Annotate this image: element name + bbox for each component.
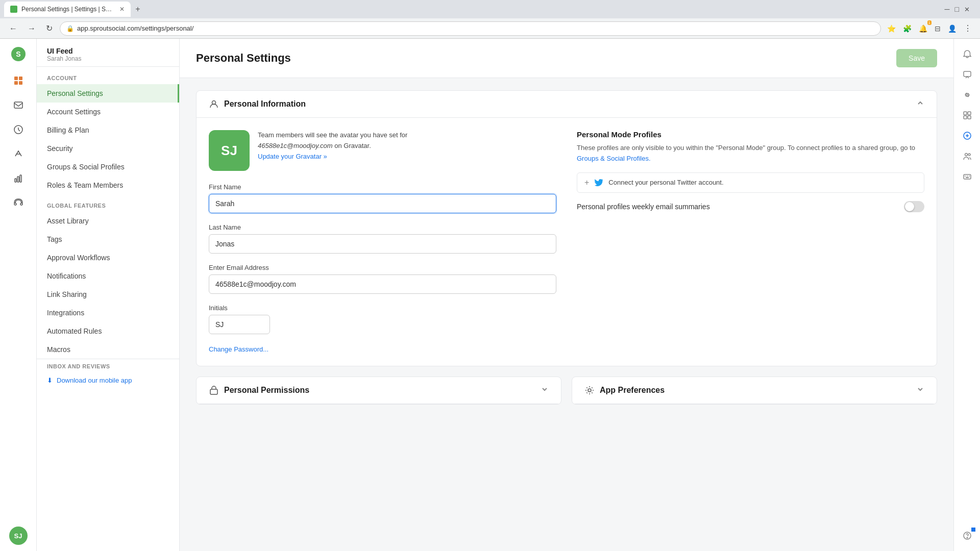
browser-tab[interactable]: Personal Settings | Settings | Spr... ✕ — [4, 2, 131, 17]
menu-icon[interactable]: ⋮ — [962, 21, 974, 35]
initials-input[interactable] — [209, 315, 270, 334]
nav-item-label-integrations: Integrations — [47, 309, 84, 317]
bookmark-icon[interactable]: ⭐ — [885, 22, 898, 35]
refresh-button[interactable]: ↻ — [43, 21, 56, 35]
app-preferences-header: App Preferences — [572, 377, 937, 404]
nav-item-automated-rules[interactable]: Automated Rules — [37, 322, 179, 340]
permissions-icon — [209, 385, 219, 395]
nav-item-billing[interactable]: Billing & Plan — [37, 121, 179, 139]
connect-twitter-button[interactable]: + Connect your personal Twitter account. — [577, 172, 924, 193]
nav-item-groups[interactable]: Groups & Social Profiles — [37, 158, 179, 176]
personal-info-collapse-button[interactable] — [916, 99, 924, 109]
svg-rect-2 — [14, 77, 18, 80]
brand-logo[interactable]: S — [9, 45, 28, 63]
nav-item-approval[interactable]: Approval Workflows — [37, 248, 179, 267]
address-bar[interactable]: 🔒 app.sproutsocial.com/settings/personal… — [60, 21, 881, 36]
svg-rect-23 — [968, 116, 971, 119]
personal-permissions-card: Personal Permissions — [196, 377, 561, 405]
lock-icon: 🔒 — [66, 25, 74, 32]
groups-link[interactable]: Groups & Social Profiles. — [577, 155, 651, 162]
weekly-email-toggle[interactable] — [904, 201, 924, 212]
nav-item-label-link-sharing: Link Sharing — [47, 290, 87, 298]
sidebar-reports-icon[interactable] — [7, 167, 30, 190]
permissions-collapse-button[interactable] — [541, 385, 549, 395]
user-avatar-sidebar[interactable]: SJ — [9, 527, 28, 545]
change-password-link[interactable]: Change Password... — [209, 345, 268, 353]
nav-item-notifications[interactable]: Notifications — [37, 267, 179, 285]
nav-item-account-settings[interactable]: Account Settings — [37, 103, 179, 121]
personal-info-form: SJ Team members will see the avatar you … — [209, 130, 924, 354]
right-help-icon[interactable] — [958, 527, 976, 545]
gravatar-link[interactable]: Update your Gravatar » — [258, 153, 327, 160]
sidebar-listen-icon[interactable] — [7, 192, 30, 214]
nav-item-label-roles: Roles & Team Members — [47, 181, 123, 189]
svg-rect-20 — [964, 112, 967, 115]
nav-item-label-security: Security — [47, 144, 73, 153]
nav-sidebar: UI Feed Sarah Jonas Account Personal Set… — [37, 39, 180, 551]
notification-bell-browser[interactable]: 🔔1 — [917, 22, 929, 35]
svg-point-14 — [14, 203, 16, 205]
nav-item-label-automated-rules: Automated Rules — [47, 327, 102, 335]
extensions-icon[interactable]: 🧩 — [901, 22, 914, 35]
content-area: Personal Information — [180, 78, 953, 551]
sidebar-feed-icon[interactable] — [7, 69, 30, 92]
personal-permissions-title-text: Personal Permissions — [224, 386, 309, 395]
icon-sidebar: S — [0, 39, 37, 551]
svg-rect-13 — [20, 175, 21, 182]
personal-mode-title: Personal Mode Profiles — [577, 130, 924, 139]
last-name-input[interactable] — [209, 234, 556, 254]
nav-item-label-account-settings: Account Settings — [47, 108, 101, 116]
sidebar-inbox-icon[interactable] — [7, 94, 30, 116]
svg-point-27 — [965, 154, 967, 156]
right-team-icon[interactable] — [958, 147, 976, 165]
sidebar-publish-icon[interactable] — [7, 143, 30, 165]
nav-item-asset-library[interactable]: Asset Library — [37, 212, 179, 230]
right-messages-icon[interactable] — [958, 65, 976, 84]
right-grid-icon[interactable] — [958, 106, 976, 124]
personal-info-title: Personal Information — [209, 99, 306, 109]
svg-rect-11 — [15, 179, 16, 182]
svg-rect-4 — [14, 81, 18, 85]
sidebar-tasks-icon[interactable] — [7, 118, 30, 141]
svg-rect-17 — [210, 389, 217, 394]
right-notifications-icon[interactable] — [958, 45, 976, 63]
nav-item-security[interactable]: Security — [37, 139, 179, 158]
window-layout-icon[interactable]: ⊟ — [933, 22, 943, 35]
email-group: Enter Email Address — [209, 264, 556, 294]
personal-info-header: Personal Information — [197, 91, 937, 118]
inbox-section-label: Inbox and Reviews — [37, 359, 179, 372]
user-avatar-large: SJ — [209, 130, 250, 171]
new-tab-button[interactable]: + — [131, 2, 145, 16]
avatar-info-text: Team members will see the avatar you hav… — [258, 130, 407, 152]
nav-item-label-tags: Tags — [47, 235, 62, 243]
nav-item-macros[interactable]: Macros — [37, 340, 179, 359]
profile-icon[interactable]: 👤 — [946, 22, 959, 35]
global-section-label: Global Features — [37, 194, 179, 212]
form-left-column: SJ Team members will see the avatar you … — [209, 130, 556, 354]
email-input[interactable] — [209, 274, 556, 294]
preferences-collapse-button[interactable] — [916, 385, 924, 395]
svg-rect-29 — [964, 174, 971, 179]
nav-item-label-approval: Approval Workflows — [47, 254, 110, 262]
svg-point-15 — [20, 203, 22, 205]
forward-button[interactable]: → — [24, 22, 39, 35]
avatar-initials-large: SJ — [221, 143, 237, 159]
nav-header: UI Feed Sarah Jonas — [37, 39, 179, 67]
nav-item-tags[interactable]: Tags — [37, 230, 179, 248]
download-app-link[interactable]: ⬇ Download our mobile app — [37, 372, 179, 388]
right-compose-icon[interactable] — [958, 127, 976, 145]
nav-item-link-sharing[interactable]: Link Sharing — [37, 285, 179, 304]
save-button[interactable]: Save — [896, 49, 937, 67]
first-name-input[interactable] — [209, 194, 556, 213]
weekly-email-label: Personal profiles weekly email summaries — [577, 203, 710, 211]
personal-info-body: SJ Team members will see the avatar you … — [197, 118, 937, 366]
right-link-icon[interactable] — [958, 86, 976, 104]
right-keyboard-icon[interactable] — [958, 167, 976, 186]
bottom-sections-row: Personal Permissions — [196, 377, 937, 415]
weekly-email-row: Personal profiles weekly email summaries — [577, 201, 924, 212]
nav-item-personal-settings[interactable]: Personal Settings — [37, 84, 179, 103]
back-button[interactable]: ← — [6, 22, 20, 35]
nav-item-roles[interactable]: Roles & Team Members — [37, 176, 179, 194]
close-tab-button[interactable]: ✕ — [119, 6, 125, 13]
nav-item-integrations[interactable]: Integrations — [37, 304, 179, 322]
